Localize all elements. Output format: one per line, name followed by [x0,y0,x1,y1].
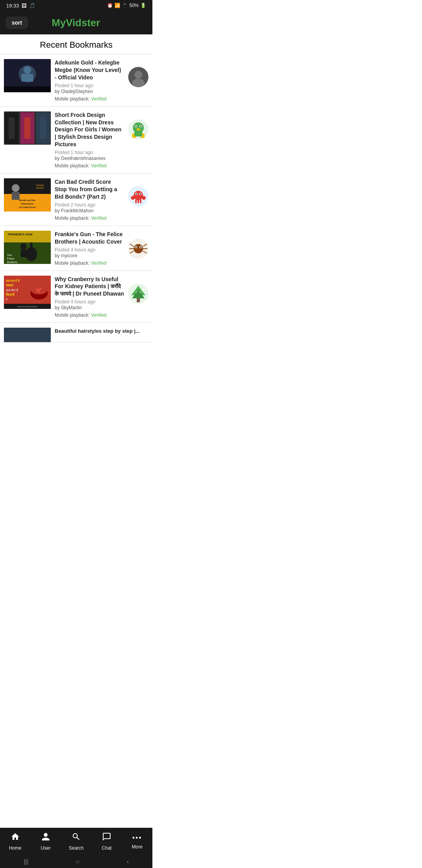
svg-point-90 [140,292,141,292]
svg-point-21 [136,128,140,131]
bookmark-posted: Posted 1 hour ago [55,83,124,88]
status-time: 19:33 [6,3,19,9]
bookmark-title[interactable]: Can Bad Credit Score Stop You from Getti… [55,178,124,201]
svg-text:BROWN: BROWN [36,187,44,189]
bookmark-item[interactable]: FRANKIE'S GUN The Felice Brothers Franki… [0,226,152,271]
bookmark-info: Adekunle Gold - Kelegbe Megbe (Know Your… [55,59,124,102]
svg-rect-3 [21,74,33,82]
svg-text:Brothers: Brothers [7,261,18,264]
verified-badge: Verified [91,163,107,169]
music-icon: 🎵 [29,3,35,9]
wifi-icon: 📶 [114,3,120,8]
svg-rect-43 [135,199,137,203]
bookmark-posted: Posted 4 hours ago [55,299,124,305]
svg-point-89 [136,292,137,292]
svg-text:Importance: Importance [21,203,34,205]
svg-text:FRANKIE'S GUN: FRANKIE'S GUN [8,233,32,236]
svg-text:Felice: Felice [7,257,14,260]
svg-rect-31 [12,192,20,200]
avatar [128,283,148,304]
bookmark-author: by FrankMcMahon [55,208,124,213]
verified-badge: Verified [91,260,107,266]
bookmarks-list: Adekunle Gold - Kelegbe Megbe (Know Your… [0,54,152,343]
svg-rect-24 [134,131,142,136]
svg-point-19 [136,126,137,127]
bookmark-item[interactable]: Adekunle Gold - Kelegbe Megbe (Know Your… [0,54,152,107]
bookmark-thumbnail [4,328,51,343]
svg-point-2 [23,66,31,74]
bookmark-info: Can Bad Credit Score Stop You from Getti… [55,178,124,221]
bookmark-info: Why Cranberry Is Useful For Kidney Patie… [55,276,124,318]
svg-point-38 [142,196,146,200]
bookmark-posted: Posted 4 hours ago [55,247,124,253]
battery-label: 50% [129,3,139,8]
svg-rect-12 [9,117,15,139]
bookmark-playback: Mobile playback: Verified [55,312,124,318]
bookmark-item[interactable]: Short Frock Design Collection | New Dres… [0,107,152,174]
bookmark-title: Beautiful hairstyles step by step |... [55,328,148,335]
svg-point-52 [20,243,27,249]
bookmark-author: by Geethakrishnasarees [55,156,124,161]
svg-text:of Credit Score: of Credit Score [19,206,36,208]
bookmark-title[interactable]: Adekunle Gold - Kelegbe Megbe (Know Your… [55,59,124,81]
bookmark-item[interactable]: Bonds and the Importance of Credit Score… [0,174,152,226]
app-title: MyVidster [28,17,123,29]
svg-rect-13 [24,117,30,139]
svg-rect-4 [4,86,51,92]
verified-badge: Verified [91,96,107,102]
svg-text:इस फल में है: इस फल में है [5,279,20,283]
svg-rect-45 [140,199,141,203]
svg-point-30 [12,184,20,192]
svg-point-80 [38,290,40,292]
svg-text:किडनी: किडनी [5,292,15,297]
sort-button[interactable]: sort [5,16,28,29]
bookmark-playback: Mobile playback: Verified [55,260,124,266]
svg-point-20 [140,126,141,127]
bookmark-info: Beautiful hairstyles step by step |... [55,328,148,336]
svg-text:www.karmaayurveda.in: www.karmaayurveda.in [17,305,38,308]
verified-badge: Verified [91,215,107,221]
partial-bookmark-item[interactable]: Beautiful hairstyles step by step |... [0,323,152,343]
bookmark-thumbnail[interactable]: Bonds and the Importance of Credit Score… [4,178,51,212]
svg-point-37 [131,196,135,200]
svg-point-36 [134,191,143,200]
bookmark-title[interactable]: Why Cranberry Is Useful For Kidney Patie… [55,276,124,298]
avatar [128,186,148,206]
status-right: ⏰ 📶 📱 50% 🔋 [107,3,146,8]
svg-text:ताकत: ताकत [5,283,14,287]
bookmark-thumbnail[interactable] [4,59,51,92]
svg-text:FARMER: FARMER [36,184,44,187]
bookmark-playback: Mobile playback: Verified [55,163,124,169]
avatar [128,67,148,87]
bookmark-posted: Posted 2 hours ago [55,202,124,208]
svg-point-42 [140,194,141,195]
bookmark-playback: Mobile playback: Verified [55,215,124,221]
svg-rect-91 [4,328,51,343]
bookmark-thumbnail[interactable]: इस फल में है ताकत डाल देता है किडनी में … [4,276,51,309]
page-title: Recent Bookmarks [0,34,152,54]
bookmark-info: Short Frock Design Collection | New Dres… [55,111,124,169]
svg-point-79 [39,288,41,290]
bookmark-info: Frankie's Gun - The Felice Brothers | Ac… [55,231,124,266]
bookmark-playback: Mobile playback: Verified [55,96,124,102]
svg-point-68 [140,246,141,247]
bookmark-author: by SkyMartin [55,305,124,310]
svg-text:Bonds and the: Bonds and the [19,199,36,201]
bookmark-thumbnail[interactable]: FRANKIE'S GUN The Felice Brothers [4,231,51,264]
svg-point-67 [136,246,137,247]
avatar [128,119,148,140]
status-bar: 19:33 🖼 🎵 ⏰ 📶 📱 50% 🔋 [0,0,152,11]
bookmark-thumbnail[interactable] [4,111,51,145]
svg-rect-14 [40,117,46,139]
bookmark-author: by OladejiStephen [55,89,124,94]
bookmark-posted: Posted 1 hour ago [55,150,124,155]
svg-rect-86 [137,298,140,302]
bookmark-title[interactable]: Frankie's Gun - The Felice Brothers | Ac… [55,231,124,246]
app-header: sort MyVidster [0,11,152,34]
verified-badge: Verified [91,312,107,318]
signal-icon: 📱 [122,3,128,8]
bookmark-item[interactable]: इस फल में है ताकत डाल देता है किडनी में … [0,271,152,323]
bookmark-title[interactable]: Short Frock Design Collection | New Dres… [55,111,124,148]
svg-point-6 [134,71,142,79]
svg-point-41 [136,194,137,195]
